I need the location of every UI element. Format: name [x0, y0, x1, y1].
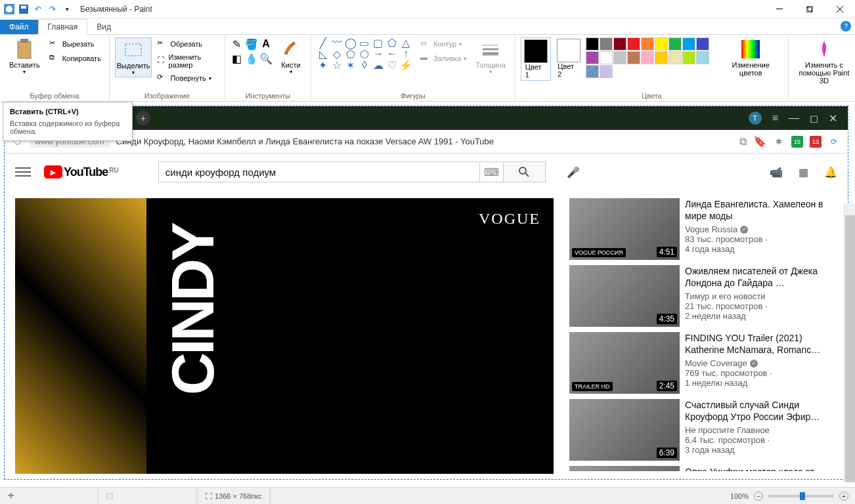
shape-tri[interactable]: △: [399, 37, 412, 48]
ext-calendar-13-icon[interactable]: 13: [810, 136, 822, 148]
shape-star6[interactable]: ✶: [344, 60, 357, 70]
undo-icon[interactable]: ↶: [32, 3, 45, 16]
video-item[interactable]: TRAILER HD 2:45 FINDING YOU Trailer (202…: [569, 332, 837, 394]
thickness-button[interactable]: Толщина ▾: [471, 37, 510, 76]
shape-line[interactable]: ╱: [317, 37, 330, 48]
rotate-button[interactable]: ⟳Повернуть▾: [154, 72, 219, 85]
zoom-in-button[interactable]: +: [839, 492, 848, 501]
color-swatch[interactable]: [641, 51, 654, 64]
tab-home[interactable]: Главная: [38, 19, 88, 35]
bookmark-icon[interactable]: 🔖: [753, 135, 766, 148]
color-swatch[interactable]: [600, 51, 613, 64]
shape-roundrect[interactable]: ▢: [372, 37, 385, 48]
color-swatch[interactable]: [600, 37, 613, 51]
create-icon[interactable]: 📹: [770, 166, 783, 178]
magnify-icon[interactable]: 🔍: [259, 52, 273, 65]
bucket-icon[interactable]: 🪣: [245, 37, 258, 51]
paste-button[interactable]: Вставить ▾: [5, 37, 44, 76]
apps-icon[interactable]: ▦: [799, 166, 808, 178]
select-button[interactable]: Выделить ▾: [115, 37, 152, 77]
pencil-icon[interactable]: ✎: [230, 37, 244, 51]
hamburger-icon[interactable]: [15, 164, 31, 180]
outline-button[interactable]: ▭Контур▾: [418, 37, 469, 51]
color-swatch[interactable]: [613, 51, 626, 64]
color-swatch[interactable]: [669, 51, 682, 64]
shape-poly[interactable]: ⬠: [385, 37, 399, 48]
browser-maximize-icon[interactable]: ◻: [810, 112, 818, 125]
fill-button[interactable]: ▬Заливка▾: [418, 52, 469, 65]
brushes-button[interactable]: Кисти ▾: [276, 37, 305, 76]
cut-button[interactable]: ✂Вырезать: [47, 37, 104, 51]
color-swatch[interactable]: [627, 37, 640, 51]
search-input[interactable]: [158, 161, 480, 182]
color-swatch[interactable]: [627, 51, 640, 64]
paint3d-button[interactable]: Изменить с помощью Paint 3D: [794, 37, 854, 86]
ext-pinwheel-icon[interactable]: ✱: [773, 136, 785, 148]
pasted-selection[interactable]: + T ≡ — ◻ ✕ 🛡 www.youtube.com Синди Кроу…: [4, 106, 848, 480]
browser-minimize-icon[interactable]: —: [789, 112, 799, 124]
search-button[interactable]: [504, 161, 546, 182]
minimize-button[interactable]: [764, 0, 795, 18]
crop-button[interactable]: ✂Обрезать: [154, 37, 219, 51]
shape-rect[interactable]: ▭: [358, 37, 371, 48]
shape-cloud[interactable]: ☁: [372, 60, 385, 70]
shape-arrowu[interactable]: ↑: [399, 49, 412, 59]
user-avatar[interactable]: T: [749, 112, 762, 125]
color-swatch[interactable]: [696, 51, 709, 64]
color-swatch[interactable]: [641, 37, 654, 51]
tab-file[interactable]: Файл: [0, 20, 38, 34]
copy-button[interactable]: ⧉Копировать: [47, 52, 104, 65]
new-tab-button[interactable]: +: [136, 111, 150, 125]
color-swatch[interactable]: [586, 51, 599, 64]
shape-star4[interactable]: ✦: [317, 60, 330, 70]
ext-calendar-15-icon[interactable]: 15: [791, 136, 803, 148]
close-button[interactable]: [825, 0, 855, 18]
notifications-icon[interactable]: 🔔: [824, 166, 837, 178]
help-icon[interactable]: ?: [841, 21, 851, 32]
popout-icon[interactable]: ⧉: [739, 136, 747, 148]
shape-callout[interactable]: ◊: [358, 60, 371, 70]
video-item[interactable]: VOGUE РОССИЯ 4:51 Линда Евангелиста. Хам…: [569, 198, 837, 260]
shape-arrowr[interactable]: →: [372, 49, 385, 59]
shape-star5[interactable]: ☆: [330, 60, 343, 70]
video-item[interactable]: Опра Уинфри мастер класс от: [569, 466, 837, 471]
shapes-gallery[interactable]: ╱ 〰 ◯ ▭ ▢ ⬠ △ ◺ ◇ ⬠ ⬡ → ← ↑ ✦ ☆ ✶ ◊ ☁ ♡: [317, 37, 415, 70]
menu-icon[interactable]: ≡: [772, 112, 778, 124]
shape-arrowl[interactable]: ←: [385, 49, 399, 59]
zoom-slider[interactable]: [768, 495, 834, 497]
shape-rtri[interactable]: ◺: [317, 49, 330, 59]
eraser-icon[interactable]: ◧: [230, 52, 244, 65]
save-icon[interactable]: [17, 3, 30, 16]
color-swatch[interactable]: [600, 65, 613, 78]
mic-icon[interactable]: 🎤: [567, 166, 580, 178]
edit-colors-button[interactable]: Изменение цветов: [718, 37, 783, 78]
ext-sync-icon[interactable]: ⟳: [828, 136, 840, 148]
youtube-logo[interactable]: ▶ YouTube RU: [44, 165, 119, 179]
shape-hex[interactable]: ⬡: [358, 49, 371, 59]
text-icon[interactable]: A: [259, 37, 273, 51]
vertical-scrollbar[interactable]: [844, 203, 855, 482]
color-swatch[interactable]: [586, 37, 599, 51]
color-swatch[interactable]: [682, 51, 695, 64]
video-item[interactable]: 4:35 Оживляем писателей от Джека Лондона…: [569, 265, 837, 327]
color-swatch[interactable]: [586, 65, 599, 78]
color-swatch[interactable]: [655, 37, 668, 51]
browser-close-icon[interactable]: ✕: [829, 112, 837, 125]
picker-icon[interactable]: 💧: [245, 52, 258, 65]
video-player[interactable]: CINDY VOGUE: [15, 198, 554, 474]
shape-oval[interactable]: ◯: [344, 37, 357, 48]
color-swatch[interactable]: [696, 37, 709, 51]
maximize-button[interactable]: [795, 0, 825, 18]
keyboard-icon[interactable]: ⌨: [480, 161, 504, 182]
color-swatch[interactable]: [669, 37, 682, 51]
color-swatch[interactable]: [682, 37, 695, 51]
color2-button[interactable]: Цвет 2: [554, 37, 582, 79]
shape-bolt[interactable]: ⚡: [399, 60, 412, 70]
shape-pent[interactable]: ⬠: [344, 49, 357, 59]
zoom-out-button[interactable]: −: [754, 492, 763, 501]
color-swatch[interactable]: [613, 37, 626, 51]
canvas-area[interactable]: Вставить (CTRL+V) Вставка содержимого из…: [0, 102, 855, 482]
shape-diamond[interactable]: ◇: [330, 49, 343, 59]
tab-view[interactable]: Вид: [87, 20, 120, 34]
color-swatch[interactable]: [655, 51, 668, 64]
